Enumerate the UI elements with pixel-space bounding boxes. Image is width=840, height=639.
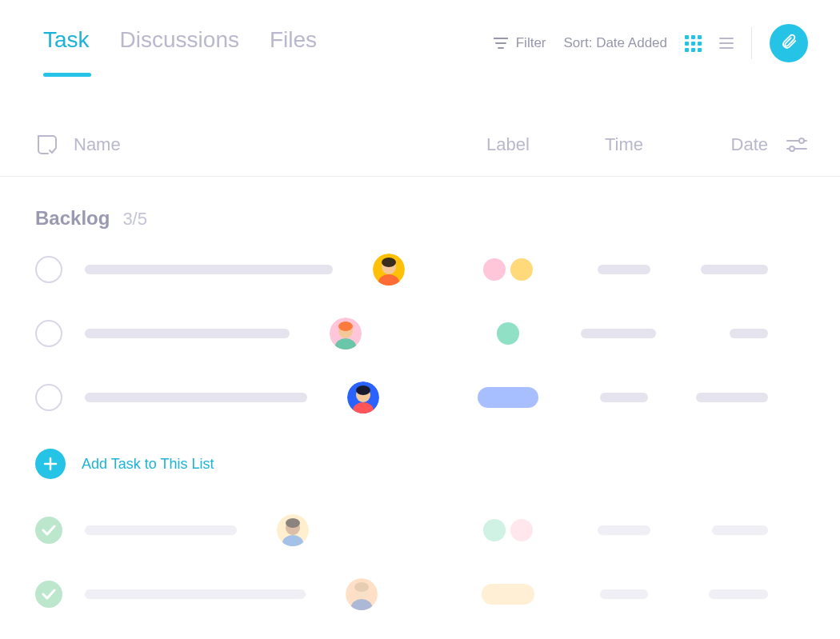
task-checkbox[interactable] [35, 517, 62, 544]
task-name-placeholder [85, 589, 306, 599]
avatar[interactable] [373, 254, 405, 286]
task-time-placeholder [600, 589, 648, 599]
task-date-placeholder [701, 265, 768, 274]
svg-point-23 [354, 582, 369, 592]
label-dot [510, 519, 533, 541]
task-time-placeholder [581, 329, 656, 338]
toolbar: Filter Sort: Date Added [494, 24, 808, 80]
task-row[interactable] [0, 562, 840, 626]
avatar[interactable] [346, 578, 378, 610]
task-row[interactable] [0, 365, 840, 429]
task-labels [448, 387, 568, 408]
task-list [0, 238, 840, 429]
column-settings-icon[interactable] [768, 137, 808, 153]
tabs: Task Discussions Files [43, 27, 317, 77]
completed-list [0, 498, 840, 626]
filter-button[interactable]: Filter [494, 35, 546, 51]
column-name[interactable]: Name [74, 134, 448, 155]
label-dot [510, 258, 533, 281]
add-task-label: Add Task to This List [82, 456, 214, 473]
label-pill [478, 387, 538, 408]
svg-point-7 [382, 258, 396, 267]
task-date-placeholder [696, 393, 768, 402]
divider [751, 27, 752, 59]
plus-icon [35, 449, 66, 479]
task-row[interactable] [0, 302, 840, 365]
label-dot [497, 322, 519, 345]
task-name-placeholder [85, 525, 237, 535]
paperclip-icon [780, 33, 798, 54]
add-task-button[interactable]: Add Task to This List [0, 429, 840, 498]
filter-icon [494, 38, 508, 49]
task-checkbox[interactable] [35, 581, 62, 608]
label-dot [483, 258, 506, 281]
avatar[interactable] [347, 381, 379, 413]
column-time[interactable]: Time [568, 134, 680, 155]
topbar: Task Discussions Files Filter Sort: Date… [0, 0, 840, 80]
task-date-placeholder [709, 589, 768, 599]
attach-button[interactable] [770, 24, 808, 62]
section-header: Backlog 3/5 [0, 177, 840, 238]
columns-header: Name Label Time Date [0, 80, 840, 177]
task-name-placeholder [85, 329, 290, 338]
task-labels [448, 584, 568, 605]
svg-point-1 [799, 138, 804, 143]
tab-task[interactable]: Task [43, 27, 90, 77]
task-labels [448, 519, 568, 541]
task-labels [448, 258, 568, 281]
task-checkbox[interactable] [35, 384, 62, 411]
svg-point-19 [286, 518, 300, 528]
column-label[interactable]: Label [448, 134, 568, 155]
filter-label: Filter [516, 35, 546, 51]
column-date[interactable]: Date [680, 134, 768, 155]
section-name: Backlog [35, 207, 110, 230]
avatar[interactable] [277, 514, 309, 546]
svg-point-3 [790, 146, 794, 151]
sort-button[interactable]: Sort: Date Added [564, 35, 667, 51]
select-all-icon[interactable] [35, 133, 74, 157]
svg-point-11 [338, 321, 353, 331]
task-checkbox[interactable] [35, 256, 62, 283]
task-date-placeholder [712, 525, 768, 535]
task-name-placeholder [85, 265, 333, 274]
tab-discussions[interactable]: Discussions [120, 27, 239, 77]
task-checkbox[interactable] [35, 320, 62, 347]
svg-point-15 [356, 385, 370, 395]
task-time-placeholder [598, 525, 650, 535]
label-dot [483, 519, 506, 541]
section-count: 3/5 [122, 209, 147, 230]
task-time-placeholder [600, 393, 648, 402]
task-date-placeholder [730, 329, 768, 338]
task-labels [448, 322, 568, 345]
task-row[interactable] [0, 238, 840, 302]
task-time-placeholder [598, 265, 650, 274]
tab-files[interactable]: Files [270, 27, 317, 77]
task-name-placeholder [85, 393, 307, 402]
task-row[interactable] [0, 498, 840, 562]
list-view-icon[interactable] [719, 38, 734, 49]
label-pill [482, 584, 534, 605]
grid-view-icon[interactable] [685, 35, 702, 52]
avatar[interactable] [330, 318, 362, 349]
